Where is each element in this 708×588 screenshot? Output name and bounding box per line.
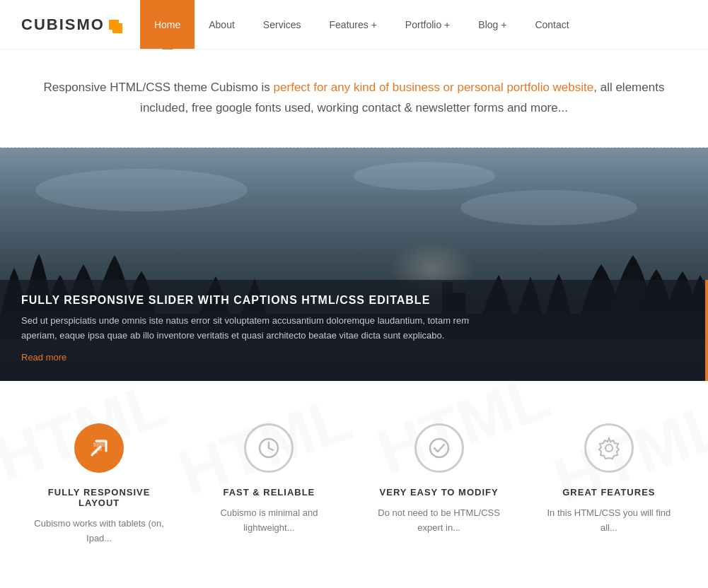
nav-item-about[interactable]: About — [195, 0, 249, 49]
feature-title-3: VERY EASY TO MODIFY — [368, 487, 510, 498]
nav-link-portfolio[interactable]: Portfolio + — [391, 0, 464, 49]
feature-desc-3: Do not need to be HTML/CSS expert in... — [368, 506, 510, 536]
gear-icon — [596, 435, 622, 461]
nav-list: Home About Services Features + Portfolio… — [140, 0, 584, 49]
slider-title: FULLY RESPONSIVE SLIDER WITH CAPTIONS HT… — [21, 294, 687, 307]
slider-accent-line — [705, 280, 708, 381]
nav-item-features[interactable]: Features + — [315, 0, 391, 49]
svg-point-7 — [430, 439, 448, 457]
nav-item-services[interactable]: Services — [249, 0, 315, 49]
feature-desc-4: In this HTML/CSS you will find all... — [538, 506, 680, 536]
slider-description: Sed ut perspiciatis unde omnis iste natu… — [21, 314, 474, 343]
feature-title-2: FAST & RELIABLE — [198, 487, 340, 498]
cloud-1 — [35, 169, 248, 211]
feature-icon-check — [414, 423, 464, 473]
nav-item-contact[interactable]: Contact — [521, 0, 583, 49]
features-section: HTML HTML HTML HTML FULLY RESPONSIVE LAY… — [0, 381, 708, 582]
slider-read-more[interactable]: Read more — [21, 352, 66, 363]
intro-link[interactable]: perfect for any kind of business or pers… — [274, 81, 594, 94]
feature-icon-gear — [584, 423, 634, 473]
cloud-3 — [460, 190, 637, 225]
logo-icon — [109, 20, 119, 30]
features-grid: FULLY RESPONSIVE LAYOUT Cubismo works wi… — [21, 416, 687, 553]
nav-item-home[interactable]: Home — [140, 0, 195, 49]
feature-item-responsive: FULLY RESPONSIVE LAYOUT Cubismo works wi… — [21, 416, 177, 553]
feature-item-features: GREAT FEATURES In this HTML/CSS you will… — [531, 416, 687, 553]
main-nav: CUBISMO Home About Services Features + P… — [0, 0, 708, 49]
feature-desc-1: Cubismo works with tablets (on, Ipad... — [28, 517, 170, 546]
slider-caption: FULLY RESPONSIVE SLIDER WITH CAPTIONS HT… — [0, 280, 708, 381]
brand-name: CUBISMO — [21, 16, 105, 34]
feature-icon-clock — [244, 423, 294, 473]
nav-item-portfolio[interactable]: Portfolio + — [391, 0, 464, 49]
svg-point-8 — [605, 445, 613, 452]
feature-item-easy: VERY EASY TO MODIFY Do not need to be HT… — [361, 416, 517, 553]
hero-slider: FULLY RESPONSIVE SLIDER WITH CAPTIONS HT… — [0, 148, 708, 381]
intro-content: Responsive HTML/CSS theme Cubismo is per… — [0, 49, 708, 148]
nav-link-blog[interactable]: Blog + — [464, 0, 521, 49]
check-icon — [426, 435, 452, 461]
nav-link-services[interactable]: Services — [249, 0, 315, 49]
svg-line-6 — [269, 448, 273, 450]
feature-desc-2: Cubismo is minimal and lightweight... — [198, 506, 340, 536]
nav-item-blog[interactable]: Blog + — [464, 0, 521, 49]
intro-paragraph: Responsive HTML/CSS theme Cubismo is per… — [42, 78, 666, 119]
feature-icon-arrow — [74, 423, 124, 473]
intro-text-before: Responsive HTML/CSS theme Cubismo is — [44, 81, 274, 94]
feature-title-1: FULLY RESPONSIVE LAYOUT — [28, 487, 170, 508]
nav-link-about[interactable]: About — [195, 0, 249, 49]
feature-item-fast: FAST & RELIABLE Cubismo is minimal and l… — [191, 416, 347, 553]
logo[interactable]: CUBISMO — [0, 0, 140, 49]
feature-title-4: GREAT FEATURES — [538, 487, 680, 498]
intro-section: HTML HTML HTML HTML Responsive HTML/CSS … — [0, 49, 708, 148]
nav-link-features[interactable]: Features + — [315, 0, 391, 49]
nav-link-contact[interactable]: Contact — [521, 0, 583, 49]
arrow-icon — [86, 435, 112, 461]
nav-link-home[interactable]: Home — [140, 0, 195, 49]
clock-icon — [256, 435, 282, 461]
cloud-2 — [354, 162, 495, 190]
